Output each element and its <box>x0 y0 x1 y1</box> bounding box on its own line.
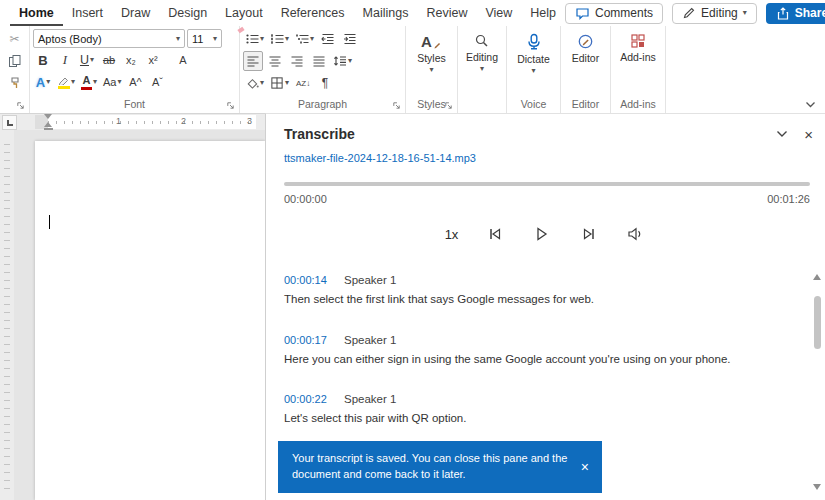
borders-button[interactable]: ▾ <box>268 73 291 93</box>
transcript-entry[interactable]: 00:00:22 Speaker 1 Let's select this pai… <box>284 393 797 427</box>
font-color-button[interactable]: A ▾ <box>79 72 99 92</box>
entry-speaker: Speaker 1 <box>344 334 396 346</box>
numbering-button[interactable]: ▾ <box>268 29 291 49</box>
forward-button[interactable] <box>579 224 599 244</box>
entry-timestamp[interactable]: 00:00:22 <box>284 393 330 405</box>
editing-button[interactable]: Editing ▾ <box>461 29 503 97</box>
align-left-button[interactable] <box>243 51 263 71</box>
entry-timestamp[interactable]: 00:00:14 <box>284 274 330 286</box>
transcript-entry[interactable]: 00:00:14 Speaker 1 Then select the first… <box>284 274 797 308</box>
italic-button[interactable]: I <box>55 50 75 70</box>
scroll-down-arrow-icon[interactable] <box>813 484 821 490</box>
tab-layout[interactable]: Layout <box>216 0 272 26</box>
indent-icon <box>343 32 357 46</box>
collapse-ribbon-chevron-icon[interactable] <box>805 101 816 108</box>
transcript-list: 00:00:14 Speaker 1 Then select the first… <box>284 274 797 427</box>
ribbon-tab-bar: Home Insert Draw Design Layout Reference… <box>0 0 825 26</box>
subscript-button[interactable]: x₂ <box>121 50 141 70</box>
show-formatting-marks-button[interactable]: ¶ <box>315 73 335 93</box>
paragraph-dialog-launcher-icon[interactable] <box>392 101 401 110</box>
numbered-list-icon <box>270 32 284 46</box>
play-button[interactable] <box>532 224 552 244</box>
cut-button[interactable]: ✂ <box>5 29 25 49</box>
tab-stop-selector[interactable] <box>2 115 17 130</box>
line-spacing-button[interactable]: ▾ <box>331 51 354 71</box>
format-painter-button[interactable] <box>5 73 25 93</box>
tab-insert[interactable]: Insert <box>63 0 112 26</box>
horizontal-ruler[interactable]: 1 2 3 <box>35 115 256 129</box>
multilevel-list-icon <box>295 32 309 46</box>
pane-scrollbar[interactable] <box>811 272 824 492</box>
pane-collapse-button[interactable] <box>776 130 788 138</box>
addins-button[interactable]: Add-ins <box>614 29 662 97</box>
tab-review[interactable]: Review <box>417 0 476 26</box>
editing-mode-dropdown[interactable]: Editing ▾ <box>672 3 757 24</box>
text-effects-button[interactable]: A▾ <box>33 72 53 92</box>
clipboard-dialog-launcher-icon[interactable] <box>16 101 25 110</box>
align-right-button[interactable] <box>287 51 307 71</box>
increase-indent-button[interactable] <box>340 29 360 49</box>
grow-font-button[interactable]: A^ <box>126 72 146 92</box>
borders-icon <box>270 76 284 90</box>
tab-help[interactable]: Help <box>521 0 565 26</box>
font-dialog-launcher-icon[interactable] <box>226 101 235 110</box>
font-size-combobox[interactable]: 11 ▾ <box>187 29 222 48</box>
multilevel-list-button[interactable]: ▾ <box>293 29 316 49</box>
font-name-combobox[interactable]: Aptos (Body) ▾ <box>33 29 185 48</box>
tab-view[interactable]: View <box>476 0 521 26</box>
audio-file-link[interactable]: ttsmaker-file-2024-12-18-16-51-14.mp3 <box>284 152 476 164</box>
voice-group: Dictate ▾ Voice <box>507 26 561 113</box>
volume-button[interactable] <box>626 224 646 244</box>
highlight-color-button[interactable]: ▾ <box>55 72 77 92</box>
styles-dialog-launcher-icon[interactable] <box>444 101 453 110</box>
document-area <box>14 130 265 500</box>
audio-progress-bar[interactable] <box>284 182 810 186</box>
clear-formatting-button[interactable]: A <box>173 50 193 70</box>
hanging-indent-marker[interactable] <box>44 122 52 127</box>
entry-speaker: Speaker 1 <box>344 393 396 405</box>
copy-button[interactable] <box>5 51 25 71</box>
tab-draw[interactable]: Draw <box>112 0 159 26</box>
document-page[interactable] <box>35 141 265 500</box>
sort-button[interactable]: AZ↓ <box>293 73 313 93</box>
strikethrough-button[interactable]: ab <box>99 50 119 70</box>
align-center-button[interactable] <box>265 51 285 71</box>
playback-speed-button[interactable]: 1x <box>445 227 459 242</box>
scrollbar-thumb[interactable] <box>814 296 821 349</box>
skip-back-icon <box>485 224 505 244</box>
entry-timestamp[interactable]: 00:00:17 <box>284 334 330 346</box>
chevron-down-icon: ▾ <box>118 78 122 86</box>
tab-home[interactable]: Home <box>10 0 63 26</box>
format-painter-icon <box>8 76 22 90</box>
ribbon: ✂ Aptos (Body) ▾ <box>0 26 825 114</box>
tab-design[interactable]: Design <box>159 0 216 26</box>
bullets-button[interactable]: ▾ <box>243 29 266 49</box>
justify-button[interactable] <box>309 51 329 71</box>
superscript-button[interactable]: x² <box>143 50 163 70</box>
tab-mailings[interactable]: Mailings <box>354 0 418 26</box>
text-cursor <box>49 215 50 229</box>
dictate-button[interactable]: Dictate ▾ <box>510 29 557 97</box>
pane-close-button[interactable]: × <box>804 127 813 142</box>
tab-references[interactable]: References <box>272 0 354 26</box>
notification-close-button[interactable]: × <box>581 460 589 474</box>
first-line-indent-marker[interactable] <box>44 114 52 119</box>
close-icon: × <box>804 127 813 142</box>
styles-button[interactable]: A Styles ▾ <box>409 29 454 97</box>
bold-button[interactable]: B <box>33 50 53 70</box>
shrink-font-button[interactable]: Aˇ <box>148 72 168 92</box>
editor-button[interactable]: Editor <box>564 29 607 97</box>
rewind-button[interactable] <box>485 224 505 244</box>
share-button[interactable]: Share ▾ <box>766 3 825 24</box>
clipboard-group: ✂ <box>0 26 30 113</box>
underline-button[interactable]: U▾ <box>77 50 97 70</box>
paragraph-group: ▾ ▾ ▾ <box>240 26 406 113</box>
scroll-up-arrow-icon[interactable] <box>813 274 821 280</box>
transcript-entry[interactable]: 00:00:17 Speaker 1 Here you can either s… <box>284 334 797 368</box>
chevron-down-icon: ▾ <box>93 78 97 86</box>
total-time: 00:01:26 <box>767 193 810 205</box>
change-case-button[interactable]: Aa▾ <box>101 72 123 92</box>
shading-button[interactable]: ▾ <box>243 73 266 93</box>
comments-button[interactable]: Comments <box>565 3 663 24</box>
decrease-indent-button[interactable] <box>318 29 338 49</box>
